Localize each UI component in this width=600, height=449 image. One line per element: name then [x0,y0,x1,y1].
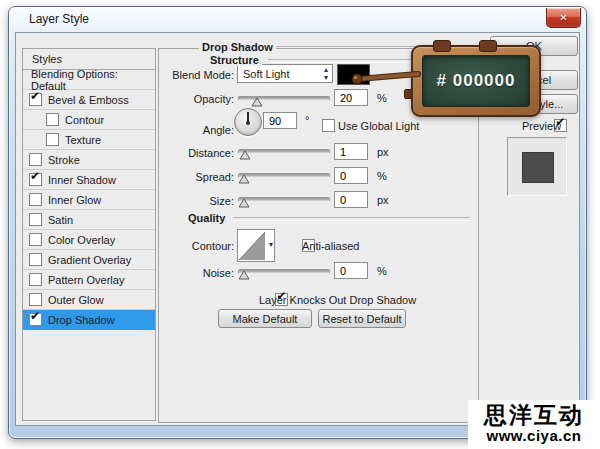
board-knob [433,40,451,52]
sidebar-item-label: Drop Shadow [48,314,115,326]
style-checkbox[interactable]: ✔ [29,313,42,326]
style-checkbox[interactable] [29,193,42,206]
preview-label: Preview [522,120,561,132]
distance-unit: px [377,146,389,158]
distance-slider[interactable] [238,145,330,160]
sidebar-item-label: Pattern Overlay [48,274,124,286]
styles-list: Styles Blending Options: Default✔Bevel &… [22,48,156,421]
sidebar-item-texture[interactable]: Texture [23,130,155,150]
dial-hub-icon [246,121,250,125]
noise-slider[interactable] [238,265,330,280]
reset-to-default-button[interactable]: Reset to Default [318,309,406,328]
contour-picker[interactable]: ▾ [237,229,275,262]
board-knob [479,40,497,52]
check-icon: ✔ [30,170,40,182]
slider-groove[interactable] [238,173,330,178]
make-default-button[interactable]: Make Default [218,309,312,328]
contour-label: Contour: [140,240,234,252]
style-checkbox[interactable] [29,153,42,166]
distance-input[interactable] [334,143,368,160]
blend-mode-value: Soft Light [238,68,289,80]
sidebar-item-gradient-overlay[interactable]: Gradient Overlay [23,250,155,270]
watermark-url: www.ciya.cn [468,428,600,444]
style-checkbox[interactable] [29,233,42,246]
opacity-slider[interactable] [238,92,330,107]
angle-dial[interactable] [234,108,262,136]
sidebar-item-inner-shadow[interactable]: ✔Inner Shadow [23,170,155,190]
style-checkbox[interactable]: ✔ [29,173,42,186]
style-checkbox[interactable] [29,273,42,286]
sidebar-item-label: Inner Shadow [48,174,116,186]
chalkboard: # 000000 [422,55,530,107]
check-icon: ✔ [30,90,40,102]
preview-shape [522,152,554,183]
noise-input[interactable] [334,262,368,279]
hex-value: # 000000 [437,71,516,91]
style-checkbox[interactable] [29,213,42,226]
style-checkbox[interactable] [46,133,59,146]
quality-heading: Quality [185,212,228,224]
style-checkbox[interactable] [29,293,42,306]
size-label: Size: [140,195,234,207]
noise-slider-thumb[interactable] [238,270,250,280]
sidebar-item-label: Inner Glow [48,194,101,206]
sidebar-item-label: Blending Options: Default [31,68,155,92]
structure-heading: Structure [207,54,262,66]
style-checkbox[interactable]: ✔ [29,93,42,106]
sidebar-item-label: Satin [48,214,73,226]
sidebar-item-inner-glow[interactable]: Inner Glow [23,190,155,210]
sidebar-item-blending-options-default[interactable]: Blending Options: Default [23,70,155,90]
noise-unit: % [377,265,387,277]
contour-dropdown-icon[interactable]: ▾ [269,240,273,249]
sidebar-item-stroke[interactable]: Stroke [23,150,155,170]
size-slider-thumb[interactable] [238,198,250,208]
blend-mode-select[interactable]: Soft Light ▴ ▾ [237,64,333,83]
preview-thumbnail [507,137,567,196]
style-checkbox[interactable] [29,253,42,266]
size-slider[interactable] [238,193,330,208]
style-checkbox[interactable] [46,113,59,126]
pointer-brush-icon [348,66,422,88]
color-hex-board: # 000000 [411,45,541,117]
sidebar-item-satin[interactable]: Satin [23,210,155,230]
use-global-light-checkbox[interactable] [322,119,335,132]
opacity-slider-thumb[interactable] [251,97,263,107]
angle-unit: ° [305,114,309,126]
distance-label: Distance: [140,147,234,159]
distance-slider-thumb[interactable] [239,150,251,160]
slider-groove[interactable] [238,269,330,274]
opacity-input[interactable] [334,89,368,106]
sidebar-item-color-overlay[interactable]: Color Overlay [23,230,155,250]
check-icon: ✔ [30,310,40,322]
blend-mode-label: Blend Mode: [140,69,234,81]
size-input[interactable] [334,191,368,208]
angle-input[interactable] [263,112,297,129]
size-unit: px [377,194,389,206]
noise-label: Noise: [140,267,234,279]
watermark-brand: 思洋互动 [468,402,600,428]
sidebar-item-outer-glow[interactable]: Outer Glow [23,290,155,310]
panel-title: Drop Shadow [199,41,276,53]
close-button[interactable]: ✕ [546,8,581,28]
contour-linear-icon [238,230,266,261]
sidebar-item-label: Outer Glow [48,294,104,306]
sidebar-item-drop-shadow[interactable]: ✔Drop Shadow [23,310,155,330]
opacity-label: Opacity: [140,93,234,105]
sidebar-item-label: Gradient Overlay [48,254,131,266]
sidebar-item-pattern-overlay[interactable]: Pattern Overlay [23,270,155,290]
watermark: 思洋互动 www.ciya.cn [468,400,600,449]
sidebar-item-bevel-emboss[interactable]: ✔Bevel & Emboss [23,90,155,110]
slider-groove[interactable] [238,197,330,202]
arrow-down-icon: ▾ [324,74,328,82]
quality-rule [233,217,470,221]
spread-slider[interactable] [238,169,330,184]
anti-aliased-label: Anti-aliased [302,240,359,252]
spread-input[interactable] [334,167,368,184]
slider-groove[interactable] [238,149,330,154]
sidebar-item-contour[interactable]: Contour [23,110,155,130]
titlebar[interactable]: Layer Style ✕ [9,7,586,32]
dropdown-arrows-icon: ▴ ▾ [324,66,328,82]
window-title: Layer Style [29,7,89,32]
spread-slider-thumb[interactable] [238,174,250,184]
page: Layer Style ✕ Styles Blending Options: D… [0,0,600,449]
